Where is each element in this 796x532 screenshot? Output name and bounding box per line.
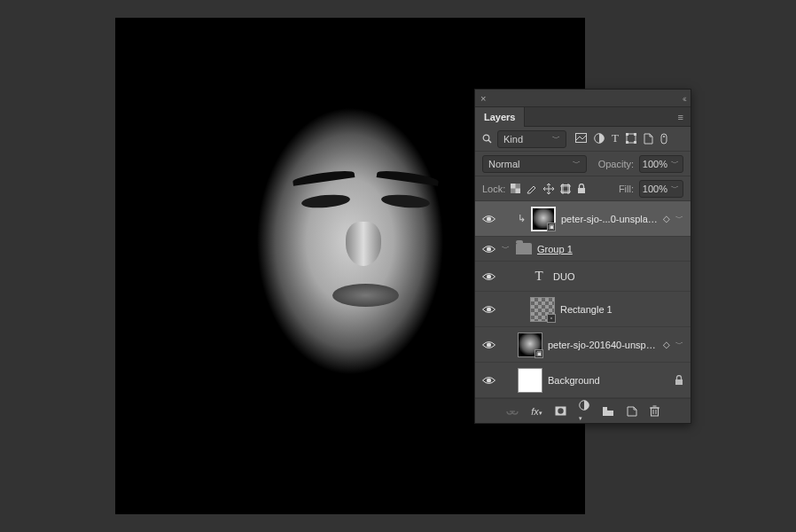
layer-thumbnail[interactable]: ▫ [530,297,555,322]
svg-point-0 [483,135,489,141]
filter-adjustment-icon[interactable] [594,133,605,145]
svg-rect-9 [661,134,667,144]
filter-image-icon[interactable] [575,133,587,145]
opacity-input[interactable]: 100% ﹀ [639,155,683,173]
lock-row: Lock: Fill: 100% ﹀ [475,176,691,201]
panel-header: × ‹‹ [475,90,691,107]
lock-label: Lock: [482,184,505,194]
filter-row: Kind ﹀ T [475,127,691,152]
layer-row[interactable]: T DUO [475,262,691,292]
svg-rect-33 [603,407,607,410]
layer-name[interactable]: Rectangle 1 [560,304,683,315]
collapse-icon[interactable]: ‹‹ [683,93,685,104]
layers-panel: × ‹‹ Layers ≡ Kind ﹀ T [474,89,691,424]
visibility-toggle[interactable] [482,215,496,223]
filters-indicator-icon[interactable]: ◇ [663,340,670,349]
chevron-down-icon: ﹀ [573,158,581,169]
tab-layers[interactable]: Layers [475,107,525,127]
svg-point-24 [487,274,491,278]
type-layer-icon: T [530,269,548,284]
delete-layer-icon[interactable] [650,405,659,417]
layer-row[interactable]: ↳ ▣ peter-sjo-...0-unsplash ◇ ﹀ [475,201,691,237]
svg-rect-28 [675,379,683,385]
opacity-label: Opacity: [598,159,634,169]
svg-rect-6 [634,133,636,136]
svg-rect-5 [626,133,628,136]
layer-thumbnail[interactable]: ▣ [531,207,556,231]
lock-icon [675,375,683,386]
layer-thumbnail[interactable] [518,368,542,393]
svg-point-27 [487,378,491,382]
filters-indicator-icon[interactable]: ◇ [663,214,670,223]
chevron-down-icon: ﹀ [671,183,679,194]
chevron-down-icon[interactable]: ﹀ [675,339,683,350]
fill-label: Fill: [619,184,634,194]
clip-indicator-icon: ↳ [518,213,526,224]
filter-type-icon[interactable]: T [612,133,619,145]
visibility-toggle[interactable] [482,340,496,349]
lock-artboard-icon[interactable] [560,184,571,194]
folder-icon [516,243,532,254]
blend-row: Normal ﹀ Opacity: 100% ﹀ [475,152,691,176]
visibility-toggle[interactable] [482,272,496,281]
svg-point-22 [487,216,491,221]
filter-artboard-icon[interactable] [660,133,667,145]
smartobject-badge-icon: ▣ [535,349,543,358]
chevron-down-icon[interactable]: ﹀ [675,213,683,224]
layer-name[interactable]: Background [548,375,669,386]
blend-mode-value: Normal [488,159,519,169]
filter-shape-icon[interactable] [626,133,636,145]
visibility-toggle[interactable] [482,305,496,314]
filter-type-label: Kind [503,134,523,145]
svg-point-31 [558,408,563,413]
layer-fx-icon[interactable]: fx▾ [531,406,542,417]
panel-footer: fx▾ ▾ [475,398,691,423]
svg-rect-8 [634,141,636,144]
visibility-toggle[interactable] [482,245,496,254]
layer-name[interactable]: peter-sjo-201640-unsplash [548,340,658,350]
svg-rect-34 [651,408,658,416]
new-group-icon[interactable] [602,406,614,416]
svg-point-26 [487,342,491,347]
lock-position-icon[interactable] [543,184,554,194]
lock-pixels-icon[interactable] [527,184,537,194]
svg-rect-12 [511,184,516,189]
lock-transparency-icon[interactable] [511,184,520,194]
svg-rect-13 [516,188,521,193]
fill-input[interactable]: 100% ﹀ [639,180,683,198]
layer-row[interactable]: ▫ Rectangle 1 [475,292,691,327]
svg-point-23 [487,246,491,251]
shape-badge-icon: ▫ [547,314,556,323]
link-layers-icon[interactable] [506,407,519,416]
lock-all-icon[interactable] [577,184,586,194]
expand-toggle[interactable]: ﹀ [502,243,511,254]
close-icon[interactable]: × [480,93,489,104]
visibility-toggle[interactable] [482,376,496,385]
svg-line-1 [488,140,491,143]
adjustment-layer-icon[interactable]: ▾ [579,400,589,423]
opacity-value: 100% [643,159,667,169]
svg-rect-21 [578,188,585,193]
filter-type-select[interactable]: Kind ﹀ [497,130,566,148]
layer-name[interactable]: peter-sjo-...0-unsplash [561,214,658,224]
layer-name[interactable]: DUO [553,271,683,282]
svg-point-25 [487,307,491,311]
filter-smartobject-icon[interactable] [644,133,653,145]
svg-point-10 [663,136,665,137]
layer-row[interactable]: ▣ peter-sjo-201640-unsplash ◇ ﹀ [475,327,691,363]
fill-value: 100% [643,184,667,194]
new-layer-icon[interactable] [627,406,637,417]
panel-menu-icon[interactable]: ≡ [671,112,691,122]
layer-name[interactable]: Group 1 [537,244,683,254]
search-icon[interactable] [482,134,492,144]
add-mask-icon[interactable] [555,406,566,416]
svg-rect-7 [626,141,628,144]
chevron-down-icon: ﹀ [552,133,560,145]
smartobject-badge-icon: ▣ [547,223,556,231]
layer-row[interactable]: Background [475,363,691,398]
chevron-down-icon: ﹀ [671,158,679,169]
blend-mode-select[interactable]: Normal ﹀ [482,155,587,173]
layer-thumbnail[interactable]: ▣ [518,332,542,357]
panel-tabs: Layers ≡ [475,107,691,127]
layer-row[interactable]: ﹀ Group 1 [475,237,691,262]
